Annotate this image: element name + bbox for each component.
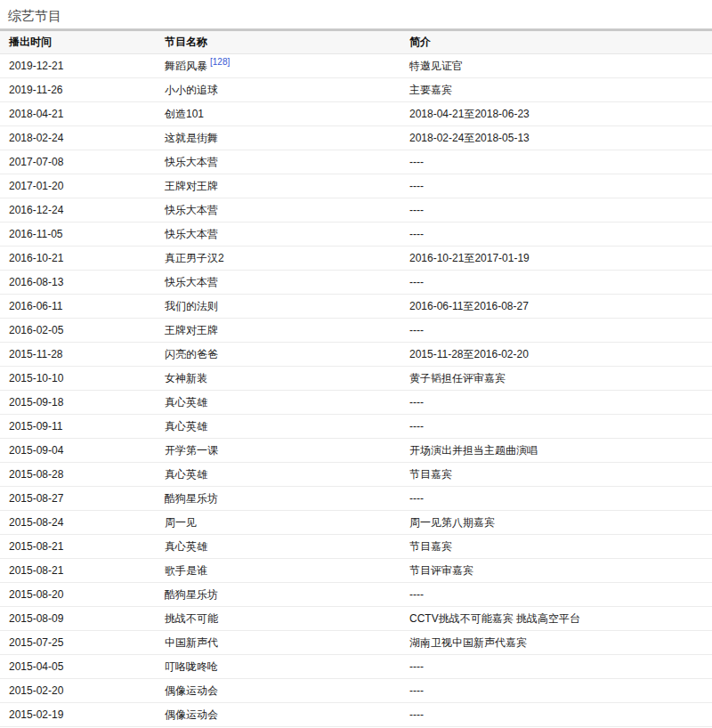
header-row: 播出时间 节目名称 简介	[0, 30, 712, 54]
summary-cell: 节目嘉宾	[400, 463, 712, 487]
program-name-cell: 快乐大本营	[156, 271, 400, 295]
program-name-cell: 真心英雄	[156, 463, 400, 487]
summary-cell: ----	[400, 271, 712, 295]
program-name-cell: 女神新装	[156, 367, 400, 391]
program-name: 女神新装	[165, 372, 207, 384]
summary-cell: ----	[400, 198, 712, 222]
table-row: 2015-08-27酷狗星乐坊----	[0, 487, 712, 511]
program-name-cell: 中国新声代	[156, 631, 400, 655]
air-date-cell: 2015-08-21	[0, 535, 156, 559]
program-name: 叮咯咙咚呛	[165, 660, 218, 673]
table-row: 2015-11-28闪亮的爸爸2015-11-28至2016-02-20	[0, 343, 712, 367]
program-name-cell: 叮咯咙咚呛	[156, 655, 400, 679]
program-name-cell: 我们的法则	[156, 295, 400, 319]
summary-cell: ----	[400, 150, 712, 174]
program-name-cell: 酷狗星乐坊	[156, 487, 400, 511]
column-header-summary: 简介	[400, 30, 712, 54]
air-date-cell: 2015-07-25	[0, 631, 156, 655]
summary-cell: CCTV挑战不可能嘉宾 挑战高空平台	[400, 607, 712, 631]
table-row: 2015-09-11真心英雄----	[0, 415, 712, 439]
table-body: 2019-12-21舞蹈风暴[128]特邀见证官2019-11-26小小的追球主…	[0, 54, 712, 727]
program-name: 周一见	[165, 516, 197, 529]
air-date-cell: 2016-02-05	[0, 319, 156, 343]
table-row: 2017-07-08快乐大本营----	[0, 150, 712, 174]
summary-cell: ----	[400, 679, 712, 703]
program-name: 王牌对王牌	[165, 180, 218, 192]
summary-cell: 节目嘉宾	[400, 535, 712, 559]
program-name-cell: 舞蹈风暴[128]	[156, 54, 400, 78]
table-row: 2019-12-21舞蹈风暴[128]特邀见证官	[0, 54, 712, 78]
table-row: 2015-08-21真心英雄节目嘉宾	[0, 535, 712, 559]
summary-cell: ----	[400, 391, 712, 415]
table-row: 2015-04-05叮咯咙咚呛----	[0, 655, 712, 679]
program-name-cell: 快乐大本营	[156, 150, 400, 174]
table-row: 2018-02-24这就是街舞2018-02-24至2018-05-13	[0, 126, 712, 150]
table-row: 2015-07-25中国新声代湖南卫视中国新声代嘉宾	[0, 631, 712, 655]
program-name: 真心英雄	[165, 396, 207, 408]
summary-cell: 开场演出并担当主题曲演唱	[400, 439, 712, 463]
summary-cell: 2016-10-21至2017-01-19	[400, 247, 712, 271]
program-name-cell: 闪亮的爸爸	[156, 343, 400, 367]
air-date-cell: 2015-08-24	[0, 511, 156, 535]
table-row: 2016-02-05王牌对王牌----	[0, 319, 712, 343]
air-date-cell: 2017-07-08	[0, 150, 156, 174]
air-date-cell: 2015-10-10	[0, 367, 156, 391]
summary-cell: 周一见第八期嘉宾	[400, 511, 712, 535]
program-name: 歌手是谁	[165, 564, 207, 577]
program-name: 酷狗星乐坊	[165, 492, 218, 505]
program-name: 快乐大本营	[165, 276, 218, 288]
table-row: 2015-08-20酷狗星乐坊----	[0, 583, 712, 607]
air-date-cell: 2015-09-04	[0, 439, 156, 463]
table-row: 2015-08-21歌手是谁节目评审嘉宾	[0, 559, 712, 583]
program-name: 闪亮的爸爸	[165, 348, 218, 360]
summary-cell: ----	[400, 583, 712, 607]
summary-cell: 主要嘉宾	[400, 78, 712, 102]
summary-cell: 2015-11-28至2016-02-20	[400, 343, 712, 367]
program-name: 小小的追球	[165, 84, 218, 96]
table-row: 2016-11-05快乐大本营----	[0, 222, 712, 247]
air-date-cell: 2019-12-21	[0, 54, 156, 78]
program-name: 偶像运动会	[165, 684, 218, 697]
program-name-cell: 歌手是谁	[156, 559, 400, 583]
program-name: 快乐大本营	[165, 204, 218, 216]
table-row: 2015-08-28真心英雄节目嘉宾	[0, 463, 712, 487]
air-date-cell: 2015-04-05	[0, 655, 156, 679]
program-name-cell: 周一见	[156, 511, 400, 535]
air-date-cell: 2015-09-18	[0, 391, 156, 415]
program-name-cell: 偶像运动会	[156, 679, 400, 703]
summary-cell: ----	[400, 703, 712, 727]
table-row: 2016-12-24快乐大本营----	[0, 198, 712, 222]
program-name: 创造101	[165, 108, 204, 120]
program-name-cell: 真心英雄	[156, 535, 400, 559]
air-date-cell: 2018-04-21	[0, 102, 156, 126]
table-row: 2015-08-09挑战不可能CCTV挑战不可能嘉宾 挑战高空平台	[0, 607, 712, 631]
summary-cell: 节目评审嘉宾	[400, 559, 712, 583]
air-date-cell: 2019-11-26	[0, 78, 156, 102]
section-title: 综艺节目	[0, 0, 712, 28]
program-name: 舞蹈风暴	[165, 60, 207, 72]
air-date-cell: 2015-08-28	[0, 463, 156, 487]
summary-cell: 黄子韬担任评审嘉宾	[400, 367, 712, 391]
program-name-cell: 快乐大本营	[156, 222, 400, 247]
program-name-cell: 真正男子汉2	[156, 247, 400, 271]
air-date-cell: 2016-10-21	[0, 247, 156, 271]
table-row: 2016-06-11我们的法则2016-06-11至2016-08-27	[0, 295, 712, 319]
table-row: 2017-01-20王牌对王牌----	[0, 174, 712, 198]
program-name: 挑战不可能	[165, 612, 218, 625]
air-date-cell: 2015-08-09	[0, 607, 156, 631]
air-date-cell: 2015-08-27	[0, 487, 156, 511]
air-date-cell: 2015-08-20	[0, 583, 156, 607]
summary-cell: ----	[400, 487, 712, 511]
table-row: 2015-02-20偶像运动会----	[0, 679, 712, 703]
program-name: 真心英雄	[165, 468, 207, 481]
air-date-cell: 2015-02-19	[0, 703, 156, 727]
reference-link[interactable]: [128]	[210, 57, 230, 67]
summary-cell: 2018-02-24至2018-05-13	[400, 126, 712, 150]
program-name: 快乐大本营	[165, 228, 218, 240]
program-name: 偶像运动会	[165, 708, 218, 721]
air-date-cell: 2016-12-24	[0, 198, 156, 222]
program-name: 中国新声代	[165, 636, 218, 649]
program-name: 开学第一课	[165, 444, 218, 457]
summary-cell: ----	[400, 655, 712, 679]
table-row: 2019-11-26小小的追球主要嘉宾	[0, 78, 712, 102]
